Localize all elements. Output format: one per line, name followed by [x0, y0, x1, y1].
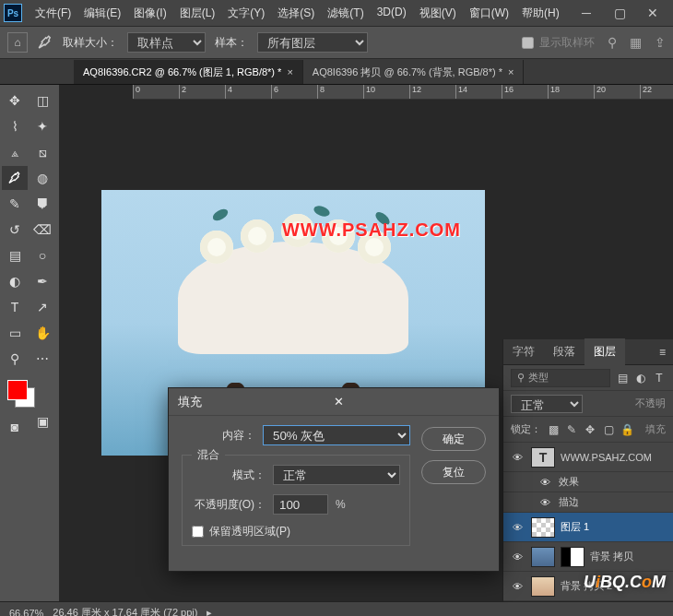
dodge-tool[interactable]: ◐	[2, 269, 28, 293]
fill-label: 填充	[645, 422, 666, 436]
foreground-color[interactable]	[7, 380, 28, 400]
sample-size-select[interactable]: 取样点	[127, 32, 206, 53]
maximize-button[interactable]: ▢	[603, 1, 636, 25]
minimize-button[interactable]: ─	[570, 1, 603, 25]
more-tools[interactable]: ⋯	[30, 347, 55, 371]
filter-type-icon[interactable]: T	[653, 372, 666, 385]
tab-layers[interactable]: 图层	[584, 338, 625, 365]
preserve-transparency-checkbox[interactable]: 保留透明区域(P)	[192, 524, 400, 539]
shape-tool[interactable]: ▭	[2, 321, 28, 345]
layer-fx-header[interactable]: 👁 效果	[503, 472, 673, 492]
filter-adjust-icon[interactable]: ◐	[634, 372, 647, 385]
lock-position-icon[interactable]: ✥	[584, 423, 596, 436]
layer-mask-thumb	[561, 547, 584, 567]
workspace-icon[interactable]: ▦	[630, 35, 642, 50]
ok-button[interactable]: 确定	[421, 427, 486, 451]
gradient-tool[interactable]: ▤	[2, 243, 28, 267]
opacity-input[interactable]	[273, 494, 328, 515]
type-tool[interactable]: T	[2, 295, 28, 319]
stamp-tool[interactable]: ⛊	[30, 192, 55, 216]
lasso-tool[interactable]: ⌇	[2, 114, 28, 138]
panel-menu-icon[interactable]: ≡	[652, 346, 673, 359]
visibility-icon[interactable]: 👁	[509, 581, 525, 592]
visibility-icon[interactable]: 👁	[509, 452, 525, 463]
menu-help[interactable]: 帮助(H)	[516, 2, 565, 25]
close-window-button[interactable]: ✕	[636, 1, 669, 25]
home-icon[interactable]: ⌂	[7, 32, 28, 53]
eraser-tool[interactable]: ⌫	[30, 218, 55, 242]
content-select[interactable]: 50% 灰色	[263, 425, 410, 445]
app-logo: Ps	[4, 4, 22, 22]
layers-panel: 字符 段落 图层 ≡ ⚲ 类型 ▤ ◐ T 正常 不透明 锁定： ▩ ✎ ✥ ▢…	[502, 339, 673, 601]
sample-select[interactable]: 所有图层	[257, 32, 368, 53]
show-ring-checkbox[interactable]: 显示取样环	[522, 35, 595, 51]
lock-artboard-icon[interactable]: ▢	[602, 423, 615, 436]
visibility-icon[interactable]: 👁	[509, 522, 525, 533]
menu-bar: 文件(F) 编辑(E) 图像(I) 图层(L) 文字(Y) 选择(S) 滤镜(T…	[30, 2, 570, 25]
menu-type[interactable]: 文字(Y)	[222, 2, 270, 25]
menu-window[interactable]: 窗口(W)	[464, 2, 514, 25]
doc-info-chevron-icon[interactable]: ▸	[207, 607, 212, 616]
tab-character[interactable]: 字符	[503, 338, 544, 365]
lock-all-icon[interactable]: 🔒	[620, 423, 633, 436]
layer-search[interactable]: ⚲ 类型	[511, 369, 610, 387]
visibility-icon[interactable]: 👁	[537, 497, 553, 508]
menu-select[interactable]: 选择(S)	[272, 2, 320, 25]
quickmask-tool[interactable]: ◙	[2, 415, 28, 439]
magic-wand-tool[interactable]: ✦	[30, 114, 55, 138]
menu-image[interactable]: 图像(I)	[128, 2, 171, 25]
color-swatch[interactable]	[7, 380, 35, 408]
hand-tool[interactable]: ✋	[30, 321, 55, 345]
tab-paragraph[interactable]: 段落	[544, 338, 584, 365]
menu-view[interactable]: 视图(V)	[414, 2, 462, 25]
lock-pixels-icon[interactable]: ▩	[547, 423, 560, 436]
layer-row[interactable]: 👁 T WWW.PSAHZ.COM	[503, 443, 673, 472]
layer-label: WWW.PSAHZ.COM	[561, 452, 652, 463]
zoom-tool[interactable]: ⚲	[2, 347, 28, 371]
layer-fx-item[interactable]: 👁 描边	[503, 492, 673, 513]
zoom-level[interactable]: 66.67%	[9, 608, 43, 617]
eyedropper-tool[interactable]	[2, 166, 28, 190]
content-label: 内容：	[182, 428, 255, 444]
visibility-icon[interactable]: 👁	[537, 477, 553, 488]
path-tool[interactable]: ↗	[30, 295, 55, 319]
blend-mode-select[interactable]: 正常	[511, 395, 583, 413]
crop-tool[interactable]: ⟁	[2, 140, 28, 164]
fill-dialog: 填充 ✕ 内容： 50% 灰色 混合 模式： 正常 不透明度(O)：	[168, 387, 500, 572]
sample-label: 样本：	[215, 35, 248, 51]
brush-tool[interactable]: ✎	[2, 192, 28, 216]
lock-row: 锁定： ▩ ✎ ✥ ▢ 🔒 填充	[503, 417, 673, 443]
pen-tool[interactable]: ✒	[30, 269, 55, 293]
healing-tool[interactable]: ◍	[30, 166, 55, 190]
dialog-titlebar[interactable]: 填充 ✕	[169, 388, 499, 416]
layer-row-selected[interactable]: 👁 图层 1	[503, 513, 673, 542]
mode-select[interactable]: 正常	[273, 465, 400, 485]
slice-tool[interactable]: ⧅	[30, 140, 55, 164]
blur-tool[interactable]: ○	[30, 243, 55, 267]
menu-edit[interactable]: 编辑(E)	[78, 2, 126, 25]
menu-filter[interactable]: 滤镜(T)	[322, 2, 369, 25]
visibility-icon[interactable]: 👁	[509, 551, 525, 563]
dialog-close-icon[interactable]: ✕	[334, 395, 490, 409]
layer-row[interactable]: 👁 背景 拷贝	[503, 542, 673, 572]
search-icon[interactable]: ⚲	[608, 35, 617, 50]
screen-mode-tool[interactable]: ▣	[30, 409, 55, 433]
history-brush-tool[interactable]: ↺	[2, 218, 28, 242]
layer-filter-row: ⚲ 类型 ▤ ◐ T	[503, 365, 673, 391]
move-tool[interactable]: ✥	[2, 89, 28, 113]
reset-button[interactable]: 复位	[421, 460, 486, 484]
tab-close-icon[interactable]: ×	[508, 66, 514, 77]
doc-tab-0[interactable]: AQ8I6396.CR2 @ 66.7% (图层 1, RGB/8*) *×	[74, 60, 303, 84]
watermark-text: WWW.PSAHZ.COM	[282, 219, 461, 241]
fx-item-label: 描边	[559, 495, 579, 509]
lock-brush-icon[interactable]: ✎	[565, 423, 578, 436]
menu-3d[interactable]: 3D(D)	[372, 2, 412, 25]
layer-label: 背景 拷贝	[590, 550, 633, 563]
filter-image-icon[interactable]: ▤	[616, 372, 629, 385]
marquee-tool[interactable]: ◫	[30, 89, 55, 113]
share-icon[interactable]: ⇪	[655, 35, 666, 50]
menu-layer[interactable]: 图层(L)	[174, 2, 221, 25]
doc-tab-1[interactable]: AQ8I6396 拷贝 @ 66.7% (背景, RGB/8*) *×	[303, 60, 525, 84]
tab-close-icon[interactable]: ×	[287, 66, 292, 77]
menu-file[interactable]: 文件(F)	[30, 2, 77, 25]
